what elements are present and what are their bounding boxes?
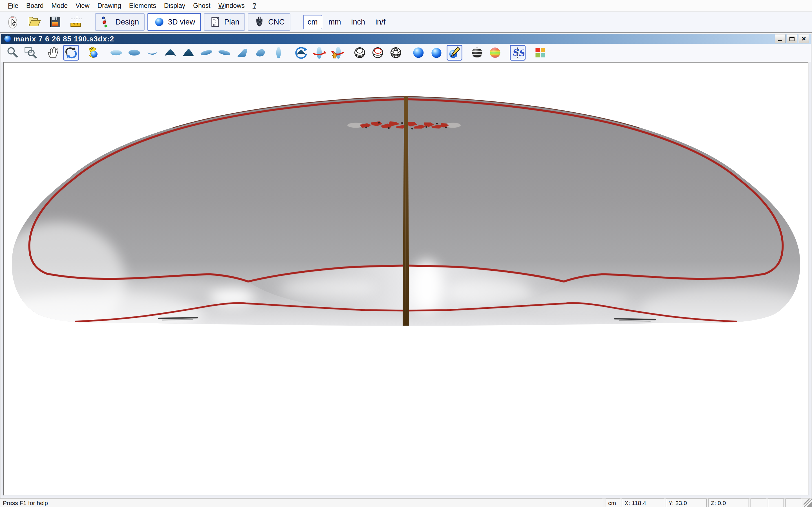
svg-text:S: S [512, 47, 519, 57]
zoom-window-icon-glyph [24, 46, 37, 59]
unit-cm[interactable]: cm [303, 15, 322, 29]
unit-mm[interactable]: mm [324, 15, 345, 29]
render-zebra-icon[interactable] [469, 45, 485, 61]
menu-item-board[interactable]: Board [22, 1, 47, 11]
menu-item-file[interactable]: File [4, 1, 22, 11]
menu-item-ghost[interactable]: Ghost [189, 1, 214, 11]
maximize-button[interactable] [786, 34, 797, 43]
zoom-icon[interactable] [4, 45, 20, 61]
menu-item-[interactable]: ? [249, 1, 260, 11]
save-icon-glyph [48, 15, 62, 29]
menu-item-mode[interactable]: Mode [47, 1, 71, 11]
view-perspective-4-icon-glyph [254, 46, 267, 59]
menu-item-elements[interactable]: Elements [125, 1, 160, 11]
view-front-icon[interactable] [162, 45, 178, 61]
mode-button-label: Plan [224, 18, 239, 26]
plan-button[interactable]: Plan [204, 13, 245, 31]
rotate-view-icon[interactable] [293, 45, 309, 61]
view-rocker-icon-glyph [146, 46, 159, 59]
rotate-3d-icon-glyph [64, 46, 78, 59]
rotate-3d-icon[interactable] [63, 45, 79, 61]
render-smooth-icon[interactable] [428, 45, 444, 61]
view-toolbar-group [108, 45, 287, 61]
wireframe-mesh-icon-glyph [389, 46, 403, 59]
rotate-vertical-icon[interactable] [329, 45, 345, 61]
view-perspective-3-icon[interactable] [235, 45, 250, 61]
menu-item-view[interactable]: View [71, 1, 93, 11]
view-toolbar-group [293, 45, 345, 61]
view-toolbar-group: SS [510, 45, 525, 61]
status-y-coordinate: Y: 23.0 [666, 499, 707, 507]
view-toolbar-group [45, 45, 79, 61]
pan-icon[interactable] [45, 45, 61, 61]
3d-view-button[interactable]: 3D view [147, 13, 201, 31]
cnc-button[interactable]: CNC [248, 13, 290, 31]
view-back-icon[interactable] [181, 45, 196, 61]
design-button[interactable]: Design [95, 13, 145, 31]
ruler-icon[interactable] [67, 13, 85, 31]
document-title: manix 7 6 26 85 190.s3dx:2 [13, 35, 114, 43]
view-perspective-2-icon[interactable] [216, 45, 232, 61]
view-rocker-icon[interactable] [144, 45, 160, 61]
document-icon [3, 35, 12, 43]
color-palette-icon[interactable] [532, 45, 548, 61]
open-folder-icon[interactable] [26, 13, 43, 31]
view-toolbar-group [86, 45, 101, 61]
rotate-horizontal-icon[interactable] [311, 45, 327, 61]
view-toolbar-group [469, 45, 503, 61]
menu-item-display[interactable]: Display [160, 1, 189, 11]
main-toolbar: Design3D viewPlanCNC cmmminchin/f [0, 11, 812, 33]
render-solid-icon[interactable] [410, 45, 426, 61]
mode-button-label: 3D view [168, 18, 195, 26]
wireframe-highlight-icon[interactable] [370, 45, 386, 61]
render-curvature-icon[interactable] [487, 45, 503, 61]
render-solid-icon-glyph [412, 46, 425, 59]
render-paint-icon-glyph [448, 46, 461, 59]
view-perspective-3-icon-glyph [236, 46, 249, 59]
view-bottom-icon-glyph [128, 46, 141, 59]
plan-doc-icon-glyph [209, 16, 221, 28]
unit-inch[interactable]: inch [347, 15, 369, 29]
sphere-small-icon [153, 16, 165, 28]
status-help-text: Press F1 for help [0, 499, 603, 507]
wireframe-mesh-icon[interactable] [388, 45, 404, 61]
view-deck-icon-glyph [109, 46, 123, 59]
render-paint-icon[interactable] [447, 45, 462, 61]
view-deck-icon[interactable] [108, 45, 124, 61]
symmetry-icon-glyph: SS [511, 46, 524, 59]
wireframe-icon[interactable] [352, 45, 368, 61]
menu-item-drawing[interactable]: Drawing [93, 1, 125, 11]
board-render [4, 62, 808, 495]
view-toolbar-group [532, 45, 548, 61]
menu-item-windows[interactable]: Windows [214, 1, 248, 11]
view-toolbar-group [4, 45, 38, 61]
view-perspective-4-icon[interactable] [253, 45, 268, 61]
pan-icon-glyph [46, 46, 60, 59]
close-button[interactable]: × [799, 34, 809, 43]
document-title-bar[interactable]: manix 7 6 26 85 190.s3dx:2 × [1, 34, 811, 44]
view-bottom-icon[interactable] [126, 45, 142, 61]
zoom-icon-glyph [6, 46, 19, 59]
rotate-horizontal-icon-glyph [312, 46, 326, 59]
light-icon[interactable] [86, 45, 101, 61]
view-perspective-2-icon-glyph [218, 46, 231, 59]
status-x-coordinate: X: 118.4 [622, 499, 664, 507]
viewport-3d[interactable] [3, 62, 809, 496]
symmetry-icon[interactable]: SS [510, 45, 525, 61]
pointer-icon[interactable] [4, 13, 22, 31]
view-perspective-1-icon[interactable] [199, 45, 214, 61]
resize-grip[interactable] [804, 499, 812, 507]
zoom-window-icon[interactable] [22, 45, 38, 61]
save-icon[interactable] [46, 13, 64, 31]
mode-button-label: CNC [268, 18, 285, 26]
plan-doc-icon [209, 16, 221, 28]
svg-text:S: S [518, 48, 524, 58]
view-side-icon[interactable] [271, 45, 287, 61]
view-front-icon-glyph [163, 46, 177, 59]
minimize-button[interactable] [775, 34, 785, 43]
unit-inf[interactable]: in/f [371, 15, 389, 29]
open-folder-icon-glyph [27, 15, 42, 29]
design-nodes-icon [101, 16, 112, 28]
render-smooth-icon-glyph [430, 46, 443, 59]
view-side-icon-glyph [272, 46, 285, 59]
